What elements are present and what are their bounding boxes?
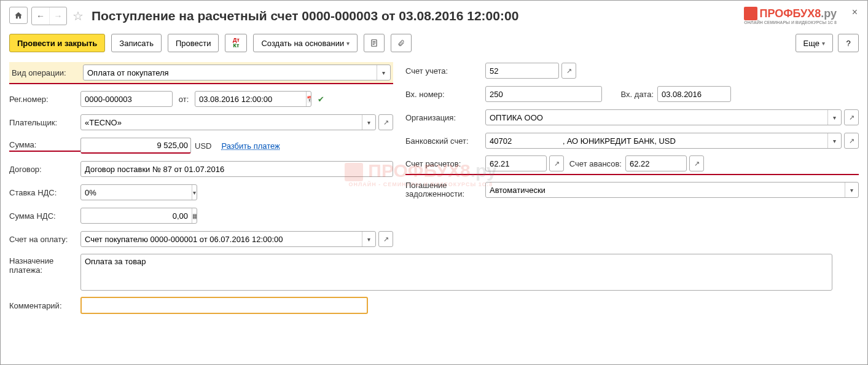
label-sum: Сумма: (9, 140, 80, 152)
close-button[interactable]: × (852, 7, 858, 18)
save-button[interactable]: Записать (111, 34, 162, 52)
label-org: Организация: (405, 113, 485, 122)
vat-rate-field[interactable] (81, 185, 192, 200)
inc-no-field[interactable] (486, 87, 601, 101)
op-type-field[interactable] (84, 65, 377, 80)
open-icon[interactable]: ↗ (844, 133, 859, 149)
reg-date-field[interactable] (195, 92, 306, 106)
dropdown-icon[interactable]: ▾ (827, 133, 841, 148)
more-button[interactable]: Еще (796, 34, 833, 52)
label-settle-acc: Счет расчетов: (405, 159, 485, 168)
label-debt-repay: Погашение задолженности: (405, 181, 485, 198)
currency-label: USD (195, 141, 211, 151)
dropdown-icon[interactable]: ▾ (192, 185, 197, 200)
invoice-field[interactable] (81, 232, 362, 246)
post-and-close-button[interactable]: Провести и закрыть (9, 34, 105, 52)
back-button[interactable]: ← (32, 7, 49, 25)
forward-button[interactable]: → (49, 7, 66, 25)
label-inc-no: Вх. номер: (405, 90, 485, 99)
open-icon[interactable]: ↗ (561, 63, 576, 79)
reg-no-field[interactable] (81, 92, 173, 106)
settle-acc-field[interactable] (486, 156, 547, 171)
vat-sum-field[interactable] (81, 208, 192, 223)
label-from: от: (173, 95, 195, 104)
label-payer: Плательщик: (9, 118, 80, 127)
open-icon[interactable]: ↗ (378, 114, 393, 130)
open-icon[interactable]: ↗ (378, 231, 393, 247)
split-payment-link[interactable]: Разбить платеж (221, 141, 280, 151)
inc-date-field[interactable] (658, 87, 731, 101)
debt-repay-field[interactable] (486, 182, 845, 197)
label-op-type: Вид операции: (12, 68, 83, 77)
label-comment: Комментарий: (9, 301, 80, 310)
open-icon[interactable]: ↗ (689, 155, 704, 171)
calendar-icon[interactable]: 📅 (306, 92, 311, 106)
dropdown-icon[interactable]: ▾ (827, 110, 841, 125)
create-based-button[interactable]: Создать на основании (253, 34, 358, 52)
comment-field[interactable] (82, 298, 367, 313)
brand-logo: ПРОФБУХ8.ру ОНЛАЙН СЕМИНАРЫ И ВИДЕОКУРСЫ… (744, 7, 837, 25)
open-icon[interactable]: ↗ (844, 109, 859, 125)
status-ok-icon: ✔ (318, 95, 324, 104)
advance-acc-field[interactable] (626, 156, 687, 171)
contract-field[interactable] (81, 162, 393, 176)
dropdown-icon[interactable]: ▾ (377, 65, 390, 80)
open-icon[interactable]: ↗ (549, 155, 564, 171)
favorite-star-icon[interactable]: ☆ (72, 10, 84, 22)
label-vat-rate: Ставка НДС: (9, 188, 80, 197)
label-vat-sum: Сумма НДС: (9, 211, 80, 221)
page-title: Поступление на расчетный счет 0000-00000… (92, 9, 518, 23)
report-icon-button[interactable] (364, 34, 385, 52)
sum-field[interactable] (81, 138, 191, 152)
account-field[interactable] (486, 63, 559, 78)
label-bank-acc: Банковский счет: (405, 136, 485, 146)
home-button[interactable] (9, 7, 28, 24)
label-purpose: Назначение платежа: (9, 254, 80, 275)
bank-acc-field[interactable] (486, 133, 827, 148)
org-field[interactable] (486, 110, 827, 125)
payer-field[interactable] (81, 115, 362, 130)
dropdown-icon[interactable]: ▾ (845, 182, 858, 197)
label-account: Счет учета: (405, 66, 485, 76)
label-advance-acc: Счет авансов: (564, 159, 625, 168)
calculator-icon[interactable]: ▦ (192, 208, 197, 223)
dropdown-icon[interactable]: ▾ (362, 115, 375, 130)
help-button[interactable]: ? (838, 34, 859, 52)
dropdown-icon[interactable]: ▾ (362, 232, 375, 246)
label-reg-no: Рег.номер: (9, 95, 80, 104)
label-contract: Договор: (9, 165, 80, 174)
dtkt-button[interactable]: ДтКт (225, 34, 247, 52)
post-button[interactable]: Провести (168, 34, 219, 52)
label-inc-date: Вх. дата: (606, 90, 654, 99)
attach-button[interactable] (391, 34, 412, 52)
label-invoice: Счет на оплату: (9, 235, 80, 244)
